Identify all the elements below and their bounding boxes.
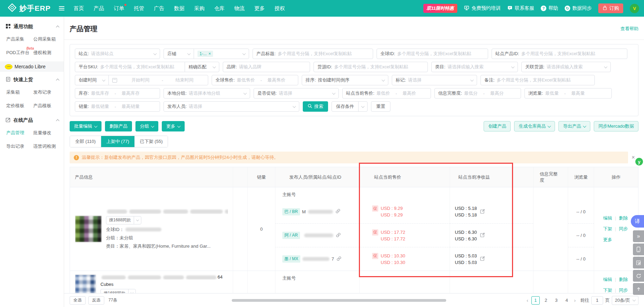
nav-item-products[interactable]: 产品	[94, 5, 104, 12]
remark-filter-input[interactable]: 备注:多个用逗号分隔，支持Excel复制粘贴	[480, 75, 595, 85]
delete-product-button[interactable]: 删除产品	[105, 121, 132, 131]
more-link[interactable]: 更多	[603, 237, 612, 242]
edit-link[interactable]: 编辑	[603, 277, 612, 282]
exact-match-select[interactable]: 精确匹配	[185, 62, 219, 72]
more-actions-button[interactable]: 更多	[162, 121, 185, 131]
save-condition-dropdown[interactable]	[358, 102, 367, 111]
sync-mercado-data-button[interactable]: 同步Mercado数据	[594, 121, 638, 131]
search-1688-button[interactable]: 搜1688同款	[106, 216, 141, 224]
local-group-select[interactable]: 本地分组:请选择本地分组	[164, 88, 250, 99]
related-source-filter-select[interactable]: 关联货源:请选择或输入搜索	[521, 62, 611, 72]
edit-price-icon[interactable]	[480, 256, 485, 262]
global-price-range-input[interactable]: 全球售价:最低售价-最高售价	[212, 75, 298, 85]
sidebar-section-common[interactable]: 通用功能	[0, 20, 64, 33]
invert-selection-button[interactable]: 反选	[88, 296, 104, 305]
export-product-button[interactable]: 导出产品	[558, 121, 590, 131]
free-training-link[interactable]: 免费预约培训	[464, 5, 501, 12]
feedback-form-button[interactable]	[633, 257, 644, 268]
delist-link[interactable]: 下架	[603, 288, 612, 293]
edit-price-icon[interactable]	[480, 209, 485, 215]
tab-listed[interactable]: 上架中 (77)	[101, 136, 134, 147]
next-page-arrow[interactable]: ›	[573, 297, 577, 303]
translate-float-button[interactable]: 译	[631, 215, 644, 228]
sidebar-item-product-collect[interactable]: 产品采集	[6, 36, 33, 42]
platform-selector-mercado-libre[interactable]: Mercado Libre	[0, 61, 64, 72]
tab-delisted[interactable]: 已下架 (55)	[134, 136, 168, 147]
save-condition-button[interactable]: 保存条件	[332, 101, 368, 112]
help-link[interactable]: ? 帮助	[541, 5, 558, 11]
search-button[interactable]: 搜索	[303, 101, 328, 112]
site-product-id-filter-input[interactable]: 站点产品ID:多个用逗号分隔，支持Excel复制粘贴	[492, 49, 627, 59]
global-id-filter-input[interactable]: 全球ID:多个用逗号分隔，支持Excel复制粘贴	[377, 49, 488, 59]
prev-page-arrow[interactable]: ‹	[526, 297, 529, 303]
sidebar-section-online-products[interactable]: 在线产品	[0, 114, 64, 127]
date-range-picker[interactable]: 开始时间-结束时间	[108, 75, 208, 85]
sidebar-item-pod-workbench[interactable]: POD工作台Beta	[6, 50, 33, 56]
batch-edit-button[interactable]: 批量编辑	[70, 121, 102, 131]
collapse-panel-button[interactable]: »	[633, 230, 644, 242]
sales-range-input[interactable]: 销量:最低销量-最高销量	[75, 101, 160, 112]
nav-item-more[interactable]: 更多	[254, 5, 265, 12]
select-all-button[interactable]: 全选	[70, 296, 86, 305]
contact-support-link[interactable]: 联系客服	[507, 5, 534, 12]
is-promo-select[interactable]: 是否促销:请选择	[254, 88, 339, 99]
page-2[interactable]: 2	[542, 296, 550, 305]
reset-button[interactable]: 重置	[371, 101, 390, 112]
edit-price-icon[interactable]	[480, 232, 485, 238]
nav-item-home[interactable]: 首页	[73, 5, 84, 12]
product-thumbnail[interactable]	[75, 215, 102, 242]
nav-item-authorization[interactable]: 授权	[274, 5, 285, 12]
sync-link[interactable]: 同步	[619, 288, 628, 293]
nav-item-data[interactable]: 数据	[174, 5, 184, 12]
sidebar-section-quick-listing[interactable]: 快速上货	[0, 73, 64, 86]
link-icon[interactable]	[336, 233, 341, 238]
nav-item-orders[interactable]: 订单	[114, 5, 124, 12]
sidebar-item-publish-records[interactable]: 发布记录	[33, 89, 61, 95]
page-size-select[interactable]: 20条/页	[612, 296, 638, 305]
subscribe-button[interactable]: 订购	[598, 3, 623, 13]
link-icon[interactable]	[336, 209, 340, 214]
nav-item-logistics[interactable]: 物流	[234, 5, 245, 12]
mobile-preview-button[interactable]	[633, 244, 644, 255]
refresh-button[interactable]	[633, 270, 644, 282]
menu-hamburger-icon[interactable]	[59, 6, 64, 10]
back-to-top-button[interactable]	[633, 283, 644, 295]
sidebar-item-product-management[interactable]: 产品管理	[6, 130, 33, 136]
nav-item-ads[interactable]: 广告	[154, 5, 164, 12]
link-icon[interactable]	[337, 256, 341, 262]
app-logo[interactable]: 妙手ERP	[8, 3, 51, 14]
nav-item-purchasing[interactable]: 采购	[194, 5, 204, 12]
delete-link[interactable]: 删除	[619, 277, 628, 282]
mark-filter-select[interactable]: 标记:请选择	[392, 75, 477, 85]
goto-page-input[interactable]	[591, 296, 603, 305]
sort-select[interactable]: 排序:按创建时间倒序	[302, 75, 388, 85]
shop-filter-select[interactable]: 店铺	[164, 49, 194, 59]
page-3[interactable]: 3	[552, 296, 561, 305]
time-type-select[interactable]: 创建时间	[75, 75, 109, 85]
source-id-filter-input[interactable]: 货源ID:多个用逗号分隔，支持Excel复制粘贴	[314, 62, 428, 72]
sidebar-item-public-collect-box[interactable]: 公用采集箱	[33, 36, 61, 42]
product-thumbnail[interactable]	[75, 274, 96, 296]
platform-sku-filter-input[interactable]: 平台SKU:多个用逗号分隔，支持Excel复制粘贴	[75, 62, 185, 72]
create-product-button[interactable]: 创建产品	[484, 121, 511, 131]
integrity-range-input[interactable]: 信息完整度:最低分-最高分	[434, 88, 521, 99]
views-range-input[interactable]: 浏览量:最低量-最高量	[524, 88, 612, 99]
data-sync-link[interactable]: ↻ 数据同步	[565, 5, 592, 11]
delist-link[interactable]: 下架	[603, 226, 612, 231]
brand-filter-input[interactable]: 品牌:请输入品牌	[223, 62, 310, 72]
nav-item-warehouse[interactable]: 仓库	[214, 5, 224, 12]
product-title-filter-input[interactable]: 产品标题:多个用逗号分隔，支持Excel复制粘贴	[253, 49, 373, 59]
delete-link[interactable]: 删除	[619, 215, 628, 221]
scrollbar-thumb[interactable]	[232, 299, 447, 302]
chat-widget-button[interactable]: y	[635, 158, 643, 165]
sidebar-item-export-records[interactable]: 导出记录	[6, 143, 33, 150]
category-filter-select[interactable]: 类目:请选择或输入搜索	[431, 62, 518, 72]
sidebar-item-product-template[interactable]: 产品模板	[33, 103, 61, 109]
group-button[interactable]: 分组	[135, 121, 158, 131]
page-4[interactable]: 4	[563, 296, 571, 305]
tag-remove-icon[interactable]: ×	[209, 51, 211, 56]
edit-link[interactable]: 编辑	[603, 215, 612, 221]
sidebar-item-infringement-check[interactable]: 侵权检测	[33, 50, 61, 56]
tab-all[interactable]: 全部 (110)	[70, 136, 101, 147]
sidebar-item-collect-box[interactable]: 采集箱	[6, 89, 33, 95]
